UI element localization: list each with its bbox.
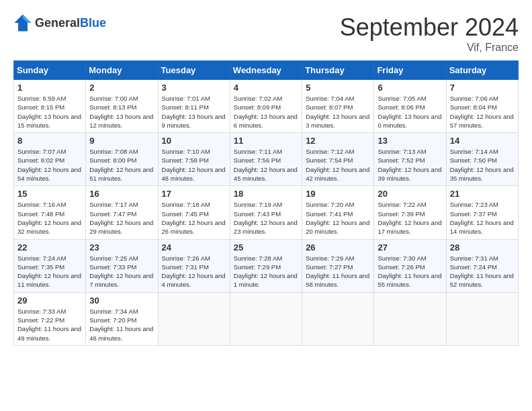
day-number: 3	[162, 83, 226, 93]
calendar-cell: 9Sunrise: 7:08 AMSunset: 8:00 PMDaylight…	[86, 133, 158, 186]
calendar-cell: 24Sunrise: 7:26 AMSunset: 7:31 PMDayligh…	[158, 239, 230, 292]
calendar-table: SundayMondayTuesdayWednesdayThursdayFrid…	[13, 60, 519, 346]
calendar-cell	[230, 292, 302, 345]
day-number: 9	[89, 136, 154, 146]
day-number: 2	[89, 83, 154, 93]
day-number: 26	[306, 242, 370, 253]
calendar-cell: 23Sunrise: 7:25 AMSunset: 7:33 PMDayligh…	[86, 239, 158, 292]
calendar-cell: 22Sunrise: 7:24 AMSunset: 7:35 PMDayligh…	[14, 239, 86, 292]
day-info: Sunrise: 7:12 AMSunset: 7:54 PMDaylight:…	[306, 147, 370, 183]
day-info: Sunrise: 7:25 AMSunset: 7:33 PMDaylight:…	[89, 254, 154, 289]
calendar-cell	[302, 292, 374, 345]
day-number: 19	[306, 189, 370, 199]
day-info: Sunrise: 7:05 AMSunset: 8:06 PMDaylight:…	[378, 94, 442, 130]
day-info: Sunrise: 7:06 AMSunset: 8:04 PMDaylight:…	[450, 94, 515, 130]
calendar-week-row: 8Sunrise: 7:07 AMSunset: 8:02 PMDaylight…	[14, 133, 519, 186]
day-number: 25	[234, 242, 298, 253]
day-number: 13	[378, 136, 442, 146]
location-title: Vif, France	[340, 42, 519, 54]
page-header: GeneralBlue September 2024 Vif, France	[13, 13, 519, 54]
day-number: 24	[162, 242, 226, 253]
calendar-cell: 29Sunrise: 7:33 AMSunset: 7:22 PMDayligh…	[14, 292, 86, 345]
day-info: Sunrise: 7:07 AMSunset: 8:02 PMDaylight:…	[17, 147, 82, 183]
day-number: 18	[234, 189, 298, 199]
calendar-cell: 15Sunrise: 7:16 AMSunset: 7:48 PMDayligh…	[14, 186, 86, 239]
logo: GeneralBlue	[13, 13, 106, 32]
day-number: 4	[234, 83, 298, 93]
day-info: Sunrise: 7:34 AMSunset: 7:20 PMDaylight:…	[89, 307, 154, 342]
calendar-cell: 8Sunrise: 7:07 AMSunset: 8:02 PMDaylight…	[14, 133, 86, 186]
month-title: September 2024	[340, 13, 519, 42]
day-number: 30	[89, 295, 154, 306]
calendar-cell: 27Sunrise: 7:30 AMSunset: 7:26 PMDayligh…	[374, 239, 446, 292]
day-number: 6	[378, 83, 442, 93]
calendar-cell: 26Sunrise: 7:29 AMSunset: 7:27 PMDayligh…	[302, 239, 374, 292]
calendar-cell	[158, 292, 230, 345]
day-info: Sunrise: 7:31 AMSunset: 7:24 PMDaylight:…	[450, 254, 515, 289]
day-number: 17	[162, 189, 226, 199]
weekday-header: Sunday	[14, 61, 86, 80]
calendar-cell: 20Sunrise: 7:22 AMSunset: 7:39 PMDayligh…	[374, 186, 446, 239]
day-number: 8	[17, 136, 82, 146]
calendar-cell	[374, 292, 446, 345]
calendar-cell: 19Sunrise: 7:20 AMSunset: 7:41 PMDayligh…	[302, 186, 374, 239]
day-info: Sunrise: 7:30 AMSunset: 7:26 PMDaylight:…	[378, 254, 442, 289]
calendar-cell: 25Sunrise: 7:28 AMSunset: 7:29 PMDayligh…	[230, 239, 302, 292]
calendar-cell: 21Sunrise: 7:23 AMSunset: 7:37 PMDayligh…	[446, 186, 518, 239]
calendar-week-row: 22Sunrise: 7:24 AMSunset: 7:35 PMDayligh…	[14, 239, 519, 292]
day-info: Sunrise: 7:33 AMSunset: 7:22 PMDaylight:…	[17, 307, 82, 342]
day-info: Sunrise: 7:24 AMSunset: 7:35 PMDaylight:…	[17, 254, 82, 289]
day-info: Sunrise: 7:18 AMSunset: 7:45 PMDaylight:…	[162, 200, 226, 236]
day-info: Sunrise: 7:10 AMSunset: 7:58 PMDaylight:…	[162, 147, 226, 183]
weekday-header: Tuesday	[158, 61, 230, 80]
day-info: Sunrise: 7:19 AMSunset: 7:43 PMDaylight:…	[234, 200, 298, 236]
day-info: Sunrise: 7:29 AMSunset: 7:27 PMDaylight:…	[306, 254, 370, 289]
calendar-cell	[446, 292, 518, 345]
calendar-week-row: 15Sunrise: 7:16 AMSunset: 7:48 PMDayligh…	[14, 186, 519, 239]
calendar-cell: 3Sunrise: 7:01 AMSunset: 8:11 PMDaylight…	[158, 80, 230, 133]
day-info: Sunrise: 7:20 AMSunset: 7:41 PMDaylight:…	[306, 200, 370, 236]
day-info: Sunrise: 7:26 AMSunset: 7:31 PMDaylight:…	[162, 254, 226, 289]
day-number: 28	[450, 242, 515, 253]
day-number: 21	[450, 189, 515, 199]
day-info: Sunrise: 7:28 AMSunset: 7:29 PMDaylight:…	[234, 254, 298, 289]
calendar-cell: 18Sunrise: 7:19 AMSunset: 7:43 PMDayligh…	[230, 186, 302, 239]
calendar-cell: 7Sunrise: 7:06 AMSunset: 8:04 PMDaylight…	[446, 80, 518, 133]
weekday-header: Thursday	[302, 61, 374, 80]
calendar-header-row: SundayMondayTuesdayWednesdayThursdayFrid…	[14, 61, 519, 80]
day-info: Sunrise: 7:08 AMSunset: 8:00 PMDaylight:…	[89, 147, 154, 183]
day-number: 1	[17, 83, 82, 93]
title-block: September 2024 Vif, France	[340, 13, 519, 54]
day-info: Sunrise: 7:22 AMSunset: 7:39 PMDaylight:…	[378, 200, 442, 236]
calendar-cell: 1Sunrise: 6:59 AMSunset: 8:15 PMDaylight…	[14, 80, 86, 133]
calendar-cell: 10Sunrise: 7:10 AMSunset: 7:58 PMDayligh…	[158, 133, 230, 186]
calendar-cell: 6Sunrise: 7:05 AMSunset: 8:06 PMDaylight…	[374, 80, 446, 133]
calendar-week-row: 1Sunrise: 6:59 AMSunset: 8:15 PMDaylight…	[14, 80, 519, 133]
day-number: 27	[378, 242, 442, 253]
day-number: 7	[450, 83, 515, 93]
calendar-cell: 30Sunrise: 7:34 AMSunset: 7:20 PMDayligh…	[86, 292, 158, 345]
day-number: 15	[17, 189, 82, 199]
day-number: 22	[17, 242, 82, 253]
day-info: Sunrise: 7:16 AMSunset: 7:48 PMDaylight:…	[17, 200, 82, 236]
calendar-cell: 12Sunrise: 7:12 AMSunset: 7:54 PMDayligh…	[302, 133, 374, 186]
calendar-cell: 11Sunrise: 7:11 AMSunset: 7:56 PMDayligh…	[230, 133, 302, 186]
day-number: 10	[162, 136, 226, 146]
day-info: Sunrise: 7:14 AMSunset: 7:50 PMDaylight:…	[450, 147, 515, 183]
calendar-cell: 17Sunrise: 7:18 AMSunset: 7:45 PMDayligh…	[158, 186, 230, 239]
calendar-cell: 14Sunrise: 7:14 AMSunset: 7:50 PMDayligh…	[446, 133, 518, 186]
day-number: 29	[17, 295, 82, 306]
logo-icon	[13, 13, 32, 32]
logo-text: GeneralBlue	[35, 16, 106, 30]
calendar-cell: 28Sunrise: 7:31 AMSunset: 7:24 PMDayligh…	[446, 239, 518, 292]
weekday-header: Wednesday	[230, 61, 302, 80]
calendar-week-row: 29Sunrise: 7:33 AMSunset: 7:22 PMDayligh…	[14, 292, 519, 345]
day-info: Sunrise: 7:11 AMSunset: 7:56 PMDaylight:…	[234, 147, 298, 183]
day-number: 14	[450, 136, 515, 146]
calendar-cell: 2Sunrise: 7:00 AMSunset: 8:13 PMDaylight…	[86, 80, 158, 133]
day-info: Sunrise: 7:01 AMSunset: 8:11 PMDaylight:…	[162, 94, 226, 130]
day-number: 16	[89, 189, 154, 199]
day-info: Sunrise: 7:13 AMSunset: 7:52 PMDaylight:…	[378, 147, 442, 183]
day-number: 20	[378, 189, 442, 199]
day-info: Sunrise: 6:59 AMSunset: 8:15 PMDaylight:…	[17, 94, 82, 130]
